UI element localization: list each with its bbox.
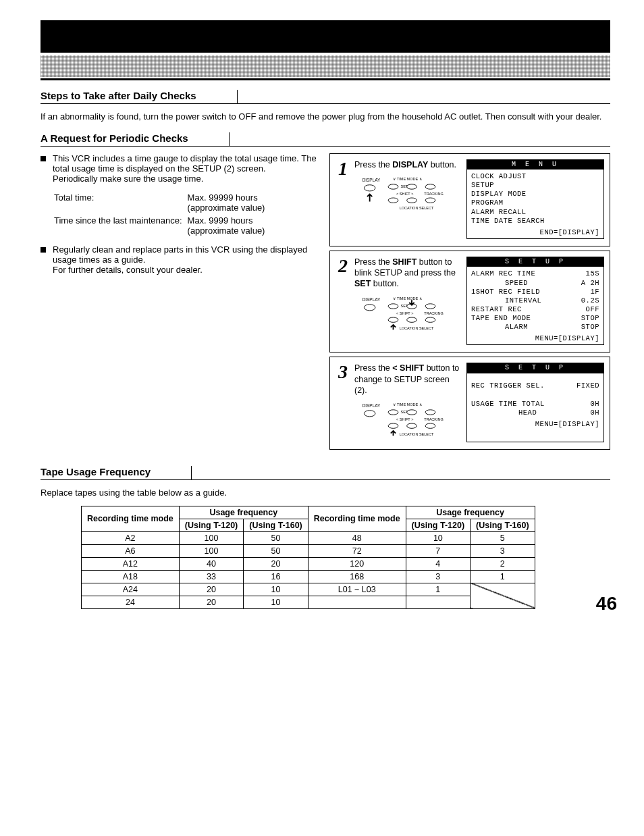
s1-v: STOP	[581, 323, 599, 332]
th-t120-2: (Using T-120)	[406, 519, 471, 531]
screen-setup1-header: S E T U P	[467, 257, 603, 267]
cell: A12	[82, 557, 180, 570]
cell: 20	[244, 557, 308, 570]
section-2-title-wrap: A Request for Periodic Checks	[41, 132, 610, 147]
remote-display-label: DISPLAY	[363, 178, 381, 182]
s1-r: SPEED	[471, 279, 528, 288]
tape-usage-table: Recording time mode Usage frequency Reco…	[81, 506, 535, 609]
bullet-1-text-b: Periodically make sure the usage time.	[53, 174, 317, 184]
s2-v: 0H	[590, 409, 599, 417]
step-2-b2: SET	[354, 279, 371, 288]
left-column: This VCR includes a time gauge to displa…	[41, 153, 317, 280]
cell: A2	[82, 531, 180, 544]
s2-r: USAGE TIME TOTAL	[471, 400, 545, 409]
step-2-text: Press the SHIFT button to blink SETUP an…	[354, 257, 462, 332]
s1-v: 15S	[586, 269, 599, 278]
svg-text:TRACKING: TRACKING	[424, 418, 443, 422]
step-1-t2: button.	[428, 160, 456, 169]
section-3-intro: Replace tapes using the table below as a…	[41, 487, 610, 499]
svg-text:< SHIFT >: < SHIFT >	[396, 418, 413, 422]
th-rec-mode: Recording time mode	[82, 506, 180, 531]
svg-point-34	[388, 423, 398, 428]
cell: 50	[244, 531, 308, 544]
step-2-t3: button.	[371, 279, 399, 288]
cell-empty	[308, 596, 406, 608]
cell: 5	[471, 531, 535, 544]
svg-point-15	[388, 304, 398, 309]
th-t160: (Using T-160)	[244, 519, 308, 531]
svg-text:∨ TIME MODE ∧: ∨ TIME MODE ∧	[394, 403, 422, 407]
step-2-num: 2	[336, 257, 350, 276]
remote-icon: DISPLAY ∨ TIME MODE ∧ SET < SHIFT > TRAC…	[361, 295, 462, 332]
s2-r: REC TRIGGER SEL.	[471, 382, 545, 390]
cell: 4	[406, 557, 471, 570]
cell: 10	[244, 596, 308, 608]
header-hatched-bar	[41, 55, 610, 77]
spec-since-val1: Max. 9999 hours	[188, 215, 265, 226]
header-rule	[41, 78, 610, 80]
svg-point-30	[407, 410, 417, 415]
screen-menu-foot: END=[DISPLAY]	[471, 228, 599, 237]
screen-setup2-header: S E T U P	[467, 363, 603, 373]
s2-v: FIXED	[576, 382, 599, 390]
bullet-icon	[41, 156, 46, 161]
svg-text:TRACKING: TRACKING	[424, 311, 443, 315]
page-number: 46	[596, 593, 617, 615]
svg-text:DISPLAY: DISPLAY	[363, 403, 381, 408]
step-3-num: 3	[336, 363, 350, 382]
cell-empty	[406, 596, 471, 608]
menu-line: PROGRAM	[471, 199, 599, 207]
svg-point-21	[388, 317, 398, 322]
step-2-b1: SHIFT	[392, 257, 417, 267]
step-3-box: 3 Press the < SHIFT button to change to …	[329, 357, 610, 450]
cell: 7	[406, 544, 471, 557]
s2-v: 0H	[590, 400, 599, 409]
svg-point-4	[407, 184, 417, 189]
cell: L01 ~ L03	[308, 583, 406, 596]
step-3-sym: <	[392, 363, 397, 373]
svg-text:TRACKING: TRACKING	[424, 192, 443, 196]
screen-setup1-foot: MENU=[DISPLAY]	[471, 334, 599, 343]
svg-text:LOCATION SELECT: LOCATION SELECT	[400, 326, 434, 330]
cell: 10	[244, 583, 308, 596]
svg-point-9	[407, 198, 417, 203]
step-1-text: Press the DISPLAY button. DISPLAY ∨ TIME…	[354, 159, 462, 213]
cell: 2	[471, 557, 535, 570]
spec-since-label: Time since the last maintenance:	[54, 215, 186, 236]
s1-v: OFF	[586, 305, 599, 314]
section-3-title: Tape Usage Frequency	[41, 466, 192, 479]
cell: 48	[308, 531, 406, 544]
cell: 10	[406, 531, 471, 544]
s1-r: INTERVAL	[471, 296, 541, 305]
screen-setup2: S E T U P REC TRIGGER SEL.FIXED USAGE TI…	[466, 363, 604, 442]
s1-v: A 2H	[581, 279, 599, 288]
cell: 24	[82, 596, 180, 608]
cell: 1	[406, 583, 471, 596]
svg-point-13	[364, 304, 375, 310]
header-black-bar	[41, 20, 610, 53]
bullet-icon	[41, 247, 46, 253]
menu-line: DISPLAY MODE	[471, 190, 599, 199]
cell: 16	[244, 570, 308, 583]
svg-point-10	[425, 198, 435, 203]
step-2-t1: Press the	[354, 257, 392, 267]
th-rec-mode-2: Recording time mode	[308, 506, 406, 531]
spec-total-val2: (approximate value)	[188, 203, 265, 213]
cell: 120	[308, 557, 406, 570]
section-1-body: If an abnormality is found, turn the pow…	[41, 111, 610, 123]
svg-text:DISPLAY: DISPLAY	[363, 297, 381, 302]
svg-text:∨ TIME MODE ∧: ∨ TIME MODE ∧	[394, 177, 422, 181]
cell-na	[471, 583, 535, 608]
svg-point-35	[407, 423, 417, 428]
cell: 3	[406, 570, 471, 583]
svg-text:< SHIFT >: < SHIFT >	[396, 192, 413, 196]
step-1-bold: DISPLAY	[392, 160, 428, 169]
svg-point-2	[388, 184, 398, 189]
step-2-box: 2 Press the SHIFT button to blink SETUP …	[329, 251, 610, 353]
s1-r: RESTART REC	[471, 305, 522, 314]
s1-r: 1SHOT REC FIELD	[471, 288, 540, 296]
spec-total-label: Total time:	[54, 192, 186, 213]
remote-diagram-2: DISPLAY ∨ TIME MODE ∧ SET < SHIFT > TRAC…	[361, 295, 462, 332]
bullet-2-text-b: For further details, consult your dealer…	[53, 265, 317, 275]
step-3-text: Press the < SHIFT button to change to SE…	[354, 363, 462, 438]
